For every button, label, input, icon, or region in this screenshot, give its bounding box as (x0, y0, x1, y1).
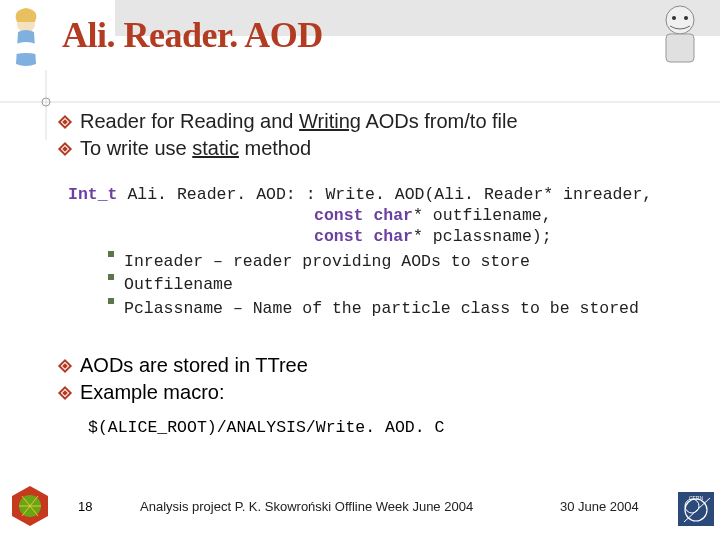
bullet-item: AODs are stored in TTree (60, 354, 700, 377)
diamond-bullet-icon (58, 358, 72, 372)
page-number: 18 (78, 499, 92, 514)
square-bullet-icon (108, 251, 114, 257)
svg-point-2 (672, 16, 676, 20)
bullet-text: AODs are stored in TTree (80, 354, 308, 377)
alice-logo-icon (8, 484, 52, 528)
page-title: Ali. Reader. AOD (62, 14, 323, 56)
lower-bullets: AODs are stored in TTree Example macro: (60, 354, 700, 408)
bullet-item: Reader for Reading and Writing AODs from… (60, 110, 700, 133)
svg-point-3 (684, 16, 688, 20)
bullet-text: To write use static method (80, 137, 311, 160)
sub-bullet-item: Pclassname – Name of the particle class … (108, 298, 700, 319)
sub-bullet-item: Outfilename (108, 274, 700, 295)
diamond-bullet-icon (58, 385, 72, 399)
diamond-bullet-icon (58, 141, 72, 155)
footer-date: 30 June 2004 (560, 499, 639, 514)
alice-decoration-left (2, 2, 52, 72)
svg-point-1 (666, 6, 694, 34)
bullet-text: Reader for Reading and Writing AODs from… (80, 110, 518, 133)
svg-rect-4 (666, 34, 694, 62)
square-bullet-icon (108, 274, 114, 280)
code-signature: Int_t Ali. Reader. AOD: : Write. AOD(Ali… (68, 184, 700, 321)
top-bullets: Reader for Reading and Writing AODs from… (60, 110, 700, 164)
footer: 18 Analysis project P. K. Skowroński Off… (0, 492, 720, 532)
macro-path: $(ALICE_ROOT)/ANALYSIS/Write. AOD. C (88, 418, 444, 437)
alice-decoration-right (646, 0, 716, 70)
bullet-text: Example macro: (80, 381, 225, 404)
svg-text:CERN: CERN (689, 495, 704, 501)
bullet-item: Example macro: (60, 381, 700, 404)
cern-logo-icon: CERN (678, 492, 714, 526)
sub-bullet-item: Inreader – reader providing AODs to stor… (108, 251, 700, 272)
square-bullet-icon (108, 298, 114, 304)
footer-center: Analysis project P. K. Skowroński Offlin… (140, 499, 473, 514)
bullet-item: To write use static method (60, 137, 700, 160)
diamond-bullet-icon (58, 114, 72, 128)
sub-bullet-list: Inreader – reader providing AODs to stor… (108, 251, 700, 318)
